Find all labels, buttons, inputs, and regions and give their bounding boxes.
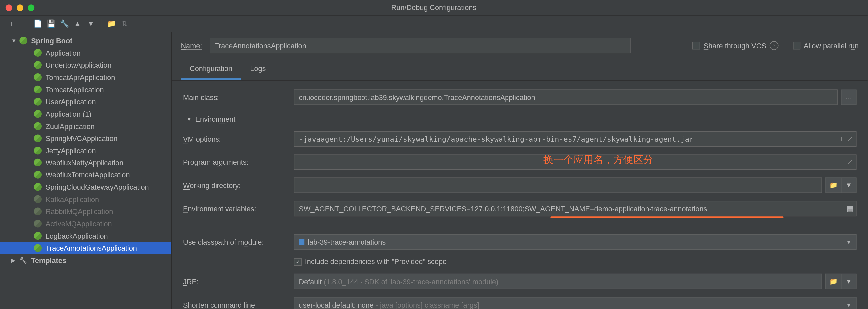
spring-icon <box>33 97 42 106</box>
tree-item[interactable]: WebfluxNettyApplication <box>0 157 171 169</box>
spring-icon <box>33 170 42 179</box>
allow-parallel-label: Allow parallel run <box>804 41 859 50</box>
environment-section-header[interactable]: ▼ Environment <box>183 113 856 125</box>
main-class-input[interactable] <box>294 89 838 105</box>
program-args-input[interactable] <box>294 154 857 170</box>
browse-jre-button[interactable]: 📁 <box>826 274 841 289</box>
allow-parallel-checkbox[interactable] <box>793 41 801 49</box>
tree-item[interactable]: WebfluxTomcatApplication <box>0 169 171 181</box>
spring-icon <box>33 182 42 192</box>
add-macro-icon[interactable]: + <box>840 135 844 143</box>
shorten-label: Shorten command line: <box>183 301 288 309</box>
include-provided-checkbox[interactable] <box>294 258 302 265</box>
classpath-select[interactable]: lab-39-trace-annotations ▼ <box>294 234 857 250</box>
toolbar-separator <box>101 19 101 29</box>
help-icon[interactable]: ? <box>770 41 779 50</box>
spring-boot-icon <box>19 36 28 45</box>
spring-icon <box>33 219 42 228</box>
collapse-icon: ▼ <box>186 116 192 122</box>
chevron-down-icon: ▼ <box>846 239 852 245</box>
env-vars-label: Environment variables: <box>183 204 288 213</box>
working-dir-input[interactable] <box>294 177 823 193</box>
environment-section-label: Environment <box>195 115 236 123</box>
spring-icon <box>33 134 42 143</box>
env-vars-input[interactable] <box>294 201 857 217</box>
name-label: Name: <box>181 41 202 50</box>
program-args-label: Program arguments: <box>183 158 288 166</box>
tree-templates[interactable]: ▶ Templates <box>0 254 171 266</box>
spring-icon <box>33 244 42 253</box>
browse-main-class-button[interactable]: … <box>841 89 857 105</box>
sort-button[interactable]: ⇅ <box>120 19 129 28</box>
spring-icon <box>33 158 42 167</box>
remove-config-button[interactable]: － <box>20 19 29 28</box>
module-icon <box>299 239 305 245</box>
window-title: Run/Debug Configurations <box>392 3 476 12</box>
spring-icon <box>33 195 42 204</box>
tree-item[interactable]: LogbackApplication <box>0 230 171 242</box>
config-tree: ▼ Spring Boot Application UndertowApplic… <box>0 32 172 309</box>
spring-icon <box>33 121 42 131</box>
tree-item[interactable]: UserApplication <box>0 95 171 108</box>
working-dir-dropdown-button[interactable]: ▼ <box>841 177 857 193</box>
spring-icon <box>33 207 42 216</box>
tree-root-spring-boot[interactable]: ▼ Spring Boot <box>0 34 171 47</box>
share-vcs-checkbox[interactable] <box>692 41 700 49</box>
shorten-select[interactable]: user-local default: none - java [options… <box>294 297 857 309</box>
working-dir-label: Working directory: <box>183 181 288 190</box>
vm-options-label: VM options: <box>183 135 288 143</box>
tree-templates-label: Templates <box>31 256 66 264</box>
edit-env-vars-button[interactable]: ▤ <box>847 204 854 213</box>
tree-item[interactable]: UndertowApplication <box>0 59 171 71</box>
tab-logs[interactable]: Logs <box>242 59 275 80</box>
minimize-window-button[interactable] <box>17 4 23 11</box>
spring-icon <box>33 146 42 155</box>
spring-icon <box>33 109 42 118</box>
copy-config-button[interactable]: 📄 <box>33 19 42 28</box>
tree-item[interactable]: ActiveMQApplication <box>0 218 171 230</box>
expand-icon: ▶ <box>11 257 18 263</box>
expand-field-icon[interactable]: ⤢ <box>847 135 853 143</box>
maximize-window-button[interactable] <box>28 4 34 11</box>
wrench-icon <box>19 256 28 265</box>
main-class-label: Main class: <box>183 93 288 101</box>
chevron-down-icon: ▼ <box>846 302 852 308</box>
tree-item[interactable]: RabbitMQApplication <box>0 205 171 218</box>
titlebar: Run/Debug Configurations <box>0 0 868 16</box>
browse-folder-button[interactable]: 📁 <box>826 177 841 193</box>
tree-item[interactable]: JettyApplication <box>0 144 171 157</box>
expand-icon: ▼ <box>11 38 18 44</box>
save-config-button[interactable]: 💾 <box>46 19 56 28</box>
spring-icon <box>33 231 42 241</box>
tree-item-selected[interactable]: TraceAnnotationsApplication <box>0 242 171 254</box>
edit-defaults-button[interactable]: 🔧 <box>60 19 69 28</box>
move-down-button[interactable]: ▼ <box>87 19 95 28</box>
spring-icon <box>33 48 42 57</box>
folder-button[interactable]: 📁 <box>107 19 116 28</box>
tree-item[interactable]: Application <box>0 47 171 59</box>
tab-configuration[interactable]: Configuration <box>181 59 241 80</box>
tabs: Configuration Logs <box>172 59 868 81</box>
vm-options-input[interactable] <box>294 131 857 146</box>
spring-icon <box>33 61 42 69</box>
tree-item[interactable]: Application (1) <box>0 108 171 120</box>
tree-item[interactable]: KafkaApplication <box>0 193 171 205</box>
tree-item[interactable]: ZuulApplication <box>0 120 171 132</box>
tree-root-label: Spring Boot <box>31 36 72 45</box>
expand-field-icon[interactable]: ⤢ <box>847 158 853 166</box>
jre-select[interactable]: Default (1.8.0_144 - SDK of 'lab-39-trac… <box>294 274 823 289</box>
tree-item[interactable]: SpringMVCApplication <box>0 132 171 144</box>
spring-icon <box>33 85 42 94</box>
name-input[interactable] <box>210 38 631 53</box>
share-vcs-label: Share through VCS <box>704 41 766 50</box>
jre-dropdown-button[interactable]: ▼ <box>841 274 857 289</box>
include-provided-label: Include dependencies with "Provided" sco… <box>305 257 447 266</box>
tree-item[interactable]: TomcatApplication <box>0 83 171 95</box>
move-up-button[interactable]: ▲ <box>73 19 82 28</box>
tree-item[interactable]: SpringCloudGatewayApplication <box>0 181 171 193</box>
jre-label: JRE: <box>183 277 288 286</box>
close-window-button[interactable] <box>6 4 12 11</box>
tree-item[interactable]: TomcatAprApplication <box>0 71 171 83</box>
annotation-underline <box>550 217 783 218</box>
add-config-button[interactable]: ＋ <box>7 19 16 28</box>
